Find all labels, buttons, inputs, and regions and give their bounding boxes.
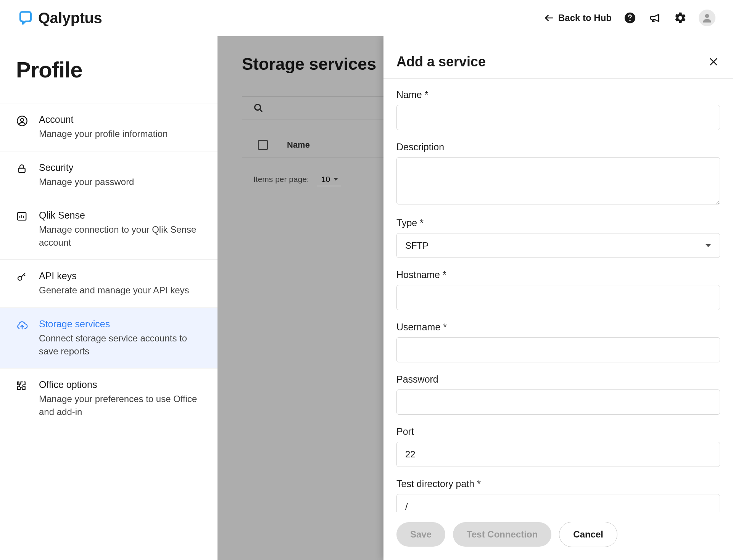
megaphone-icon: [649, 12, 661, 24]
sidebar-item-desc: Connect storage service accounts to save…: [39, 332, 201, 357]
name-input[interactable]: [396, 105, 720, 130]
sidebar-item-storage[interactable]: Storage services Connect storage service…: [0, 307, 217, 368]
avatar-icon: [701, 12, 713, 24]
save-button[interactable]: Save: [396, 522, 445, 547]
name-label: Name *: [396, 89, 720, 100]
items-per-page-select[interactable]: 10: [317, 172, 341, 186]
username-label: Username *: [396, 322, 720, 333]
help-button[interactable]: [623, 11, 637, 25]
sidebar-item-qliksense[interactable]: Qlik Sense Manage connection to your Qli…: [0, 199, 217, 259]
sidebar-item-desc: Manage connection to your Qlik Sense acc…: [39, 223, 201, 249]
port-input[interactable]: [396, 442, 720, 467]
type-select[interactable]: SFTP: [396, 233, 720, 258]
search-icon[interactable]: [253, 102, 264, 114]
close-icon: [708, 56, 719, 67]
hostname-label: Hostname *: [396, 269, 720, 280]
back-to-hub-button[interactable]: Back to Hub: [544, 13, 612, 23]
sidebar-item-label: Security: [39, 162, 201, 173]
svg-point-12: [255, 105, 261, 110]
testpath-label: Test directory path *: [396, 478, 720, 489]
svg-point-3: [705, 14, 709, 18]
user-circle-icon: [16, 115, 28, 127]
items-per-page-label: Items per page:: [253, 175, 309, 184]
sidebar-item-desc: Generate and manage your API keys: [39, 284, 201, 297]
close-button[interactable]: [707, 55, 720, 68]
key-icon: [16, 271, 27, 283]
sidebar-item-security[interactable]: Security Manage your password: [0, 151, 217, 199]
username-input[interactable]: [396, 337, 720, 362]
testpath-input[interactable]: [396, 494, 720, 512]
main: Profile Account Manage your profile info…: [0, 36, 733, 560]
sidebar-item-label: Account: [39, 114, 201, 125]
type-label: Type *: [396, 217, 720, 229]
cancel-button[interactable]: Cancel: [559, 522, 617, 547]
svg-rect-6: [18, 168, 25, 172]
panel-footer: Save Test Connection Cancel: [383, 512, 733, 560]
column-name[interactable]: Name: [287, 140, 310, 150]
sidebar: Profile Account Manage your profile info…: [0, 36, 217, 560]
announcements-button[interactable]: [648, 11, 662, 25]
description-label: Description: [396, 142, 720, 153]
cloud-upload-icon: [16, 319, 28, 331]
back-to-hub-label: Back to Hub: [558, 13, 612, 23]
svg-point-5: [21, 118, 24, 121]
gear-icon: [674, 11, 687, 24]
select-all-checkbox[interactable]: [258, 140, 268, 150]
brand-logo[interactable]: Qalyptus: [18, 10, 102, 27]
panel-title: Add a service: [396, 54, 486, 70]
help-icon: [623, 11, 636, 24]
topbar: Qalyptus Back to Hub: [0, 0, 733, 36]
sidebar-item-desc: Manage your password: [39, 175, 201, 188]
settings-button[interactable]: [673, 11, 687, 25]
sidebar-item-account[interactable]: Account Manage your profile information: [0, 103, 217, 151]
svg-point-2: [629, 20, 630, 21]
svg-point-11: [18, 277, 22, 280]
sidebar-item-apikeys[interactable]: API keys Generate and manage your API ke…: [0, 259, 217, 307]
password-label: Password: [396, 374, 720, 385]
puzzle-icon: [16, 380, 27, 391]
description-input[interactable]: [396, 157, 720, 204]
test-connection-button[interactable]: Test Connection: [453, 522, 551, 547]
sidebar-item-desc: Manage your profile information: [39, 127, 201, 140]
panel-header: Add a service: [383, 36, 733, 79]
sidebar-item-label: Qlik Sense: [39, 210, 201, 221]
lock-icon: [16, 163, 27, 174]
bar-chart-icon: [16, 211, 27, 222]
user-avatar[interactable]: [699, 10, 715, 26]
content-area: Storage services Name Items per page: 10: [217, 36, 733, 560]
sidebar-item-label: API keys: [39, 270, 201, 282]
arrow-left-icon: [544, 13, 554, 23]
password-input[interactable]: [396, 389, 720, 415]
brand-name: Qalyptus: [38, 10, 102, 27]
add-service-panel: Add a service Name * Description Ty: [383, 36, 733, 560]
panel-body: Name * Description Type * SFTP H: [383, 79, 733, 512]
sidebar-item-label: Storage services: [39, 319, 201, 330]
sidebar-item-office[interactable]: Office options Manage your preferences t…: [0, 368, 217, 429]
svg-line-13: [260, 109, 262, 112]
sidebar-item-desc: Manage your preferences to use Office an…: [39, 393, 201, 418]
page-title: Profile: [0, 36, 217, 103]
logo-icon: [18, 10, 34, 26]
hostname-input[interactable]: [396, 285, 720, 310]
topbar-right: Back to Hub: [544, 10, 715, 26]
port-label: Port: [396, 426, 720, 437]
sidebar-item-label: Office options: [39, 379, 201, 390]
